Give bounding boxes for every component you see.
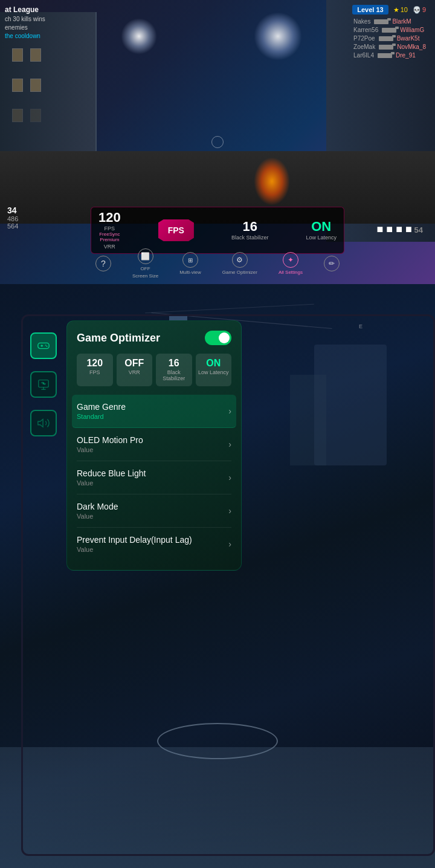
kill-row: P72Poe BwarK5t: [353, 35, 426, 42]
latency-label: Low Latency: [306, 235, 337, 241]
game-optimizer-icon: ⚙: [232, 252, 248, 268]
gun-icon-1: [382, 28, 396, 33]
menu-item-dark-mode-title: Dark Mode: [77, 502, 118, 511]
hud-top-right: Level 13 ★ 10 💀 9: [352, 5, 426, 15]
menu-item-reduce-blue-light-arrow: ›: [228, 473, 231, 482]
black-stab-label: Black Stabilizer: [231, 235, 269, 241]
menu-item-game-genre-title: Game Genre: [77, 402, 126, 412]
power-toggle[interactable]: [205, 331, 231, 345]
svg-point-3: [45, 345, 47, 346]
latency-pill-value: ON: [206, 358, 221, 368]
menu-item-oled-motion-text: OLED Motion Pro Value: [77, 435, 143, 453]
player-name-3b: BwarK5t: [397, 35, 420, 42]
kill-row: Nakes BlarkM: [353, 18, 426, 25]
skull-count: 💀 9: [413, 6, 426, 14]
menu-item-input-delay[interactable]: Prevent Input Delay(Input Lag) Value ›: [77, 528, 231, 560]
star-count: ★ 10: [393, 6, 408, 14]
star-icon: ★: [393, 6, 399, 14]
game-optimizer-nav-label: Game Optimizer: [222, 270, 257, 275]
all-settings-label: All Settings: [279, 270, 303, 275]
cooldown-text: the cooldown: [5, 32, 45, 40]
vrr-sub: Premium: [100, 237, 119, 242]
help-button[interactable]: ?: [95, 256, 111, 271]
kill-row: Karren56 WilliamG: [353, 27, 426, 33]
star-value: 10: [401, 6, 408, 13]
multiview-button[interactable]: ⊞ Multi-view: [179, 252, 201, 275]
display-icon-button[interactable]: [30, 371, 57, 398]
light-right: [254, 12, 302, 60]
screen-size-label: Screen Size: [132, 273, 158, 279]
player-name-4a: ZoeMak: [353, 44, 375, 50]
menu-item-game-genre-sub: Standard: [77, 413, 126, 420]
black-stab-pill-label: Black Stabilizer: [158, 369, 190, 381]
fps-value: 120: [98, 211, 121, 224]
black-stab-pill-value: 16: [169, 358, 179, 368]
hud-score: 34 486 564: [7, 206, 18, 230]
optimizer-header: Game Optimizer: [77, 331, 231, 345]
latency-pill-label: Low Latency: [198, 369, 229, 375]
gamepad-icon: [37, 339, 50, 352]
game-name-text: at League: [5, 5, 45, 15]
svg-rect-0: [38, 343, 49, 348]
enemies-text: enemies: [5, 24, 45, 32]
gun-icon-4: [378, 53, 392, 58]
mission-text: ch 30 kills wins: [5, 15, 45, 24]
edit-button[interactable]: ✏: [324, 256, 340, 271]
side-icon-column: [30, 332, 57, 436]
menu-item-reduce-blue-light-sub: Value: [77, 479, 146, 487]
hud-top-left: at League ch 30 kills wins enemies the c…: [5, 5, 45, 40]
multiview-label: Multi-view: [179, 270, 201, 275]
gamepad-icon-button[interactable]: [30, 332, 57, 359]
player-name-2a: Karren56: [353, 27, 378, 33]
latency-stat: ON Low Latency: [306, 220, 337, 241]
menu-item-oled-motion-sub: Value: [77, 446, 143, 453]
game-optimizer-button[interactable]: ⚙ Game Optimizer: [222, 252, 257, 275]
toggle-knob: [219, 332, 230, 343]
optimizer-title: Game Optimizer: [77, 332, 160, 345]
gun-icon-2: [379, 36, 393, 41]
all-settings-icon: ✦: [283, 252, 298, 268]
screen-size-icon: ⬜: [138, 248, 153, 264]
player-name-1b: BlarkM: [392, 18, 411, 25]
fps-pill-label: FPS: [89, 369, 100, 375]
player-name-3a: P72Poe: [353, 35, 375, 42]
vrr-pill-label: VRR: [129, 369, 140, 375]
menu-item-dark-mode[interactable]: Dark Mode Value ›: [77, 494, 231, 528]
sound-icon-button[interactable]: [30, 410, 57, 436]
skull-value: 9: [422, 6, 426, 13]
menu-item-input-delay-text: Prevent Input Delay(Input Lag) Value: [77, 535, 192, 553]
game-background: at League ch 30 kills wins enemies the c…: [0, 0, 435, 284]
fps-pill-value: 120: [86, 358, 103, 368]
menu-item-game-genre-text: Game Genre Standard: [77, 402, 126, 420]
black-stab-value: 16: [242, 220, 257, 233]
menu-item-game-genre[interactable]: Game Genre Standard ›: [72, 395, 236, 428]
help-icon: ?: [95, 256, 111, 271]
fps-label: FPS: [105, 225, 115, 232]
level-badge: Level 13: [352, 5, 388, 15]
latency-pill: ON Low Latency: [196, 354, 232, 386]
vrr-pill: OFF VRR: [117, 354, 153, 386]
stats-row: 120 FPS OFF VRR 16 Black Stabilizer ON L…: [77, 354, 231, 386]
bottom-game-section: 179 E: [0, 284, 435, 868]
fps-stat: 120 FPS FreeSync Premium VRR: [98, 211, 121, 250]
menu-item-reduce-blue-light-text: Reduce Blue Light Value: [77, 468, 146, 487]
menu-item-game-genre-arrow: ›: [228, 406, 231, 416]
multiview-icon: ⊞: [182, 252, 198, 268]
top-game-section: at League ch 30 kills wins enemies the c…: [0, 0, 435, 284]
edit-icon: ✏: [324, 256, 340, 271]
player-name-5b: Dre_91: [396, 52, 416, 59]
explosion: [254, 157, 290, 206]
all-settings-button[interactable]: ✦ All Settings: [279, 252, 303, 275]
menu-item-oled-motion[interactable]: OLED Motion Pro Value ›: [77, 428, 231, 461]
skull-icon: 💀: [413, 6, 421, 14]
svg-point-4: [47, 346, 48, 347]
screen-size-button[interactable]: ⬜ OFF Screen Size: [132, 248, 158, 279]
player-name-5a: Lar6IL4: [353, 52, 374, 59]
fps-center-badge: FPS: [158, 219, 194, 241]
menu-item-reduce-blue-light[interactable]: Reduce Blue Light Value ›: [77, 461, 231, 494]
light-left: [121, 18, 157, 54]
menu-item-dark-mode-arrow: ›: [228, 506, 231, 516]
gun-icon-0: [374, 19, 388, 24]
menu-section: Game Genre Standard › OLED Motion Pro Va…: [77, 395, 231, 560]
player-name-4b: NovMka_8: [397, 44, 426, 50]
